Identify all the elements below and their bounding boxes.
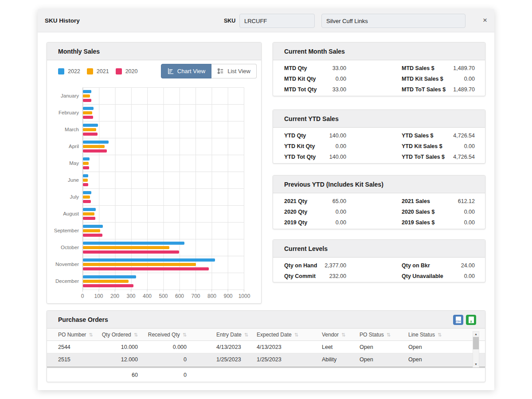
chart-row-december [83,273,244,290]
stat-value: 232.00 [329,273,346,279]
chart-row-march [83,121,244,138]
list-view-button[interactable]: List View [211,64,257,78]
chart-row-july [83,189,244,206]
chart-row-april [83,138,244,155]
po-cell: 1/25/2023 [193,356,249,363]
list-view-icon [217,68,224,74]
bar-2021-august [83,212,94,215]
stat-label: MTD Qty [284,65,307,71]
scrollbar-down-icon[interactable]: ▼ [474,362,477,367]
info-row: Qty Commit232.00Qty Unavailable0.00 [284,271,474,282]
info-row: 2020 Qty0.002020 Sales $0.00 [284,207,474,217]
sku-input[interactable] [239,14,315,28]
x-tick-label: 1000 [239,293,250,299]
po-totals-row: 60 0 [47,368,485,382]
totals-qty-ordered: 60 [96,372,147,378]
current-ytd-sales-panel: Current YTD Sales YTD Qty140.00YTD Sales… [273,110,485,164]
po-column-header-po-number[interactable]: PO Number⇅ [47,332,96,338]
info-row: MTD Tot Qty33.00MTD ToT Sales $1,489.70 [284,84,474,95]
column-label: Expected Date [257,332,292,338]
export-excel-button[interactable]: X [466,315,476,325]
stat-value: 0.00 [336,209,346,215]
stat-label: 2019 Sales $ [402,219,434,226]
month-label: October [47,239,79,256]
bar-2022-november [83,258,215,262]
stat-pair: YTD Tot Qty140.00 [284,154,346,160]
stat-label: YTD ToT Sales $ [402,154,445,160]
chart-view-label: Chart View [177,68,205,74]
stat-label: Qty on Bkr [402,262,430,269]
legend-label: 2021 [97,68,109,74]
info-row: MTD Kit Qty0.00MTD Kit Sales $0.00 [284,74,474,84]
chart-row-september [83,223,244,239]
po-cell: 4/13/2023 [249,344,314,350]
month-label: April [47,138,79,155]
stat-pair: Qty Commit232.00 [284,273,346,279]
column-label: Entry Date [216,332,242,338]
po-column-header-entry-date[interactable]: Entry Date⇅ [193,332,249,338]
scrollbar-up-icon[interactable]: ▲ [474,332,477,337]
bar-2021-july [83,196,90,199]
dialog-header: SKU History SKU × [38,9,494,32]
column-label: PO Status [360,332,384,338]
po-cell: 12.000 [96,356,147,363]
x-tick-label: 500 [159,293,168,299]
po-cell: 10.000 [96,344,147,350]
chart-view-button[interactable]: Chart View [161,64,211,78]
month-label: December [47,273,79,289]
bar-2020-february [83,116,93,119]
stat-label: 2021 Sales [402,198,430,204]
po-cell: 1/25/2023 [249,356,314,363]
panel-title: Current Month Sales [284,48,345,55]
stat-pair: Qty on Bkr24.00 [402,262,475,269]
sku-history-dialog: SKU History SKU × Monthly Sales 20222021… [38,9,494,390]
chart-axis-ticks [82,289,244,292]
month-label: November [47,256,79,273]
legend-item-2020[interactable]: 2020 [116,68,138,74]
bar-2021-december [83,280,129,283]
stat-value: 612.12 [458,198,475,204]
po-column-header-expected-date[interactable]: Expected Date⇅ [249,332,314,338]
close-icon[interactable]: × [483,16,487,25]
po-table-row[interactable]: 251512.00001/25/20231/25/2023AbilityOpen… [47,353,485,366]
stat-label: MTD ToT Sales $ [402,86,446,93]
po-cell: 0 [147,356,193,363]
po-column-header-po-status[interactable]: PO Status⇅ [352,332,400,338]
stat-label: YTD Tot Qty [284,154,316,160]
info-row: 2021 Qty65.002021 Sales612.12 [284,196,474,207]
column-label: PO Number [58,332,86,338]
po-column-header-vendor[interactable]: Vendor⇅ [314,332,352,338]
stat-pair: MTD ToT Sales $1,489.70 [402,86,475,93]
bar-2022-february [83,107,94,110]
stat-label: YTD Sales $ [402,133,434,139]
month-label: June [47,172,79,188]
totals-received-qty: 0 [147,372,193,378]
column-label: Vendor [322,332,339,338]
legend-item-2022[interactable]: 2022 [58,68,80,74]
po-table-scrollbar[interactable]: ▲ ▼ [473,331,479,368]
stat-pair: MTD Qty33.00 [284,65,346,71]
sku-description-input[interactable] [321,14,466,28]
stat-value: 140.00 [329,133,346,139]
po-cell: Ability [314,356,352,363]
stat-value: 1,489.70 [453,86,475,93]
stat-label: MTD Sales $ [402,65,434,71]
stat-value: 0.00 [336,219,346,226]
stat-value: 0.00 [464,219,475,226]
po-column-header-qty-ordered[interactable]: Qty Ordered⇅ [96,332,147,338]
stat-value: 0.00 [464,76,475,82]
bar-2021-november [83,263,196,266]
bar-2021-april [83,145,105,148]
purchase-orders-header: Purchase Orders [47,311,485,329]
stat-value: 65.00 [332,198,346,204]
bar-2020-january [83,99,91,102]
legend-item-2021[interactable]: 2021 [87,68,109,74]
bar-2022-may [83,157,90,160]
export-csv-button[interactable]: CSV [453,315,463,325]
po-table-row[interactable]: 254410.0000.0004/13/20234/13/2023LeetOpe… [47,341,485,353]
stat-label: 2020 Qty [284,209,307,215]
stat-pair: YTD Kit Qty0.00 [284,143,346,149]
scrollbar-thumb[interactable] [473,337,479,349]
po-column-header-received-qty[interactable]: Received Qty⇅ [147,332,193,338]
stat-pair: 2021 Sales612.12 [402,198,475,204]
